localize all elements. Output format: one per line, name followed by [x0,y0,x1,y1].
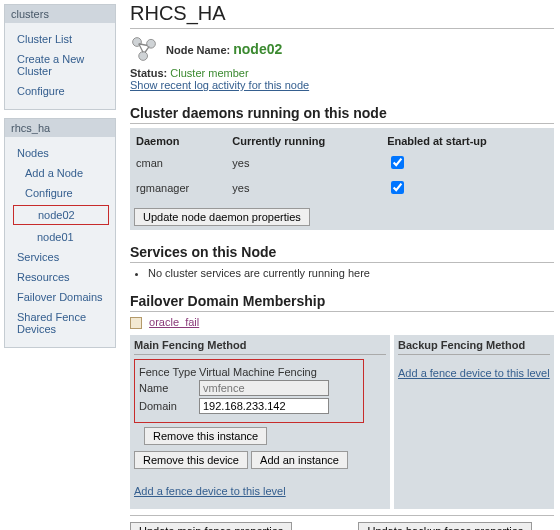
fence-type-label: Fence Type [139,366,199,378]
nav-node01[interactable]: node01 [11,227,111,247]
log-activity-link[interactable]: Show recent log activity for this node [130,79,309,91]
fence-type-value: Virtual Machine Fencing [199,366,317,378]
backup-fence-column: Backup Fencing Method Add a fence device… [394,335,554,509]
nav-node02[interactable]: node02 [13,205,109,225]
col-running: Currently running [230,132,385,150]
nav-add-node[interactable]: Add a Node [11,163,111,183]
daemon-name: cman [134,150,230,175]
update-daemons-button[interactable]: Update node daemon properties [134,208,310,226]
remove-instance-button[interactable]: Remove this instance [144,427,267,445]
daemon-name: rgmanager [134,175,230,200]
nav-shared-fence-devices[interactable]: Shared Fence Devices [11,307,111,339]
fence-instance: Fence Type Virtual Machine Fencing Name … [134,359,364,423]
main-fence-heading: Main Fencing Method [134,339,386,355]
table-row: rgmanager yes [134,175,550,200]
col-daemon: Daemon [134,132,230,150]
failover-domain-icon [130,317,142,329]
status-value: Cluster member [170,67,248,79]
nav-configure-clusters[interactable]: Configure [11,81,111,101]
nav-create-cluster[interactable]: Create a New Cluster [11,49,111,81]
nav-nodes[interactable]: Nodes [11,143,111,163]
add-fence-device-backup-link[interactable]: Add a fence device to this level [398,367,550,379]
daemons-heading: Cluster daemons running on this node [130,105,554,124]
fence-domain-input[interactable] [199,398,329,414]
clusters-panel: clusters Cluster List Create a New Clust… [4,4,116,110]
status-label: Status: [130,67,167,79]
failover-domain-link[interactable]: oracle_fail [149,316,199,328]
nav-cluster-list[interactable]: Cluster List [11,29,111,49]
node-icon [130,35,158,63]
col-enabled: Enabled at start-up [385,132,550,150]
backup-fence-heading: Backup Fencing Method [398,339,550,355]
nav-services[interactable]: Services [11,247,111,267]
failover-heading: Failover Domain Membership [130,293,554,312]
node-name-label: Node Name: [166,44,230,56]
add-fence-device-main-link[interactable]: Add a fence device to this level [134,485,286,497]
daemon-running: yes [230,150,385,175]
services-heading: Services on this Node [130,244,554,263]
daemon-enabled-checkbox[interactable] [391,181,404,194]
rhcs-header: rhcs_ha [5,119,115,137]
svg-point-2 [139,52,148,61]
update-backup-fence-button[interactable]: Update backup fence properties [358,522,532,530]
nav-resources[interactable]: Resources [11,267,111,287]
rhcs-panel: rhcs_ha Nodes Add a Node Configure node0… [4,118,116,348]
svg-point-1 [147,39,156,48]
remove-device-button[interactable]: Remove this device [134,451,248,469]
daemons-block: Daemon Currently running Enabled at star… [130,128,554,230]
main-fence-column: Main Fencing Method Fence Type Virtual M… [130,335,390,509]
nav-failover-domains[interactable]: Failover Domains [11,287,111,307]
clusters-header: clusters [5,5,115,23]
daemon-enabled-checkbox[interactable] [391,156,404,169]
add-instance-button[interactable]: Add an instance [251,451,348,469]
services-empty: No cluster services are currently runnin… [148,267,554,279]
nav-configure-nodes[interactable]: Configure [11,183,111,203]
fence-name-label: Name [139,382,199,394]
fence-domain-label: Domain [139,400,199,412]
table-row: cman yes [134,150,550,175]
svg-line-5 [145,46,149,52]
update-main-fence-button[interactable]: Update main fence properties [130,522,292,530]
fence-name-input[interactable] [199,380,329,396]
node-name-value: node02 [233,41,282,57]
daemon-running: yes [230,175,385,200]
page-title: RHCS_HA [130,2,554,29]
